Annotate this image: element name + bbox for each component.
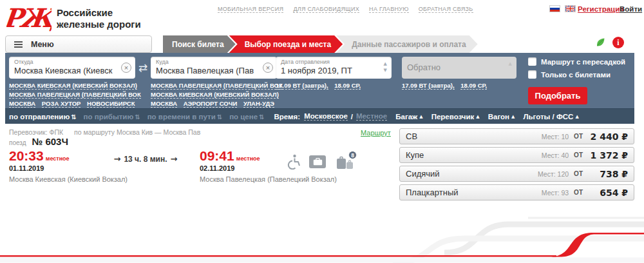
to-suggest-link[interactable]: МОСКВА КИЕВСКАЯ (КИЕВСКИЙ ВОКЗАЛ) — [151, 91, 279, 99]
sort-icon: ⇅ — [259, 113, 264, 121]
breadcrumb: Поиск билета Выбор поезда и места Данные… — [163, 35, 478, 53]
to-label: Куда — [156, 59, 272, 66]
route-summary: по маршруту Москва Кив — Москва Пав — [74, 128, 200, 136]
hand-luggage-icon — [309, 155, 326, 168]
class-name: Сидячий — [406, 169, 538, 179]
date-suggest-link[interactable]: 17.09 ВТ (завтра), — [276, 82, 328, 90]
info-icon[interactable]: i — [612, 37, 624, 48]
sort-icon: ⇅ — [217, 113, 222, 121]
carrier-info: Перевозчик: ФПК по маршруту Москва Кив —… — [9, 128, 200, 136]
date-value: 1 ноября 2019, ПТ — [281, 66, 386, 76]
nav-home[interactable]: НА ГЛАВНУЮ — [369, 6, 409, 13]
language-switcher — [549, 5, 576, 12]
triangle-up-icon: ▲ — [575, 114, 578, 119]
sort-filter-bar: по отправлению⇅ по прибытию⇅ по времени … — [5, 108, 634, 124]
date-suggest-link[interactable]: 18.09 СР, — [334, 82, 361, 90]
trip-duration: →13 ч. 8 мин.→ — [107, 154, 184, 164]
return-date-input[interactable]: Обратно ▲ — [402, 57, 516, 79]
to-suggest-link[interactable]: АЭРОПОРТ СОЧИ — [184, 100, 237, 108]
breadcrumb-step-passengers: Данные пассажиров и оплата — [336, 35, 477, 53]
from-suggest-link[interactable]: МОСКВА КИЕВСКАЯ (КИЕВСКИЙ ВОКЗАЛ) — [9, 82, 137, 90]
transfer-route-checkbox[interactable] — [528, 57, 536, 66]
arrival-station: Москва Павелецкая (Павелецкий Вокзал) — [200, 175, 335, 183]
route-link[interactable]: Маршрут — [361, 129, 391, 137]
class-name: Купе — [406, 150, 542, 160]
date-spinner[interactable]: ▲▼ — [384, 61, 387, 73]
to-suggest-link[interactable]: УЛАН-УДЭ — [243, 100, 274, 108]
registration-link[interactable]: Регистрация — [578, 5, 624, 13]
from-suggest-link[interactable]: НОВОСИБИРСК — [87, 100, 135, 108]
to-suggest-link[interactable]: МОСКВА ПАВЕЛЕЦКАЯ (ПАВЕЛЕЦКИЙ ВОК — [151, 82, 283, 90]
to-clear-icon[interactable]: × — [263, 63, 273, 73]
sort-by-price[interactable]: по цене⇅ — [229, 113, 264, 121]
from-suggest-link[interactable]: РОЗА ХУТОР — [42, 100, 81, 108]
to-suggest-link[interactable]: МОСКВА — [151, 100, 177, 108]
date-label: Дата отправления — [281, 59, 386, 66]
rzd-ticket-page: РЖД Российские железные дороги МОБИЛЬНАЯ… — [0, 0, 644, 263]
carrier-name: Перевозчик: ФПК — [9, 128, 63, 136]
sort-by-travel-time[interactable]: по времени в пути⇅ — [147, 113, 222, 121]
filter-carrier[interactable]: Перевозчик▲ — [431, 113, 480, 121]
menu-button[interactable]: Меню — [5, 35, 152, 53]
rzd-logo-icon[interactable]: РЖД — [6, 3, 52, 35]
option-only-with-tickets[interactable]: Только с билетами — [528, 70, 625, 79]
from-value: Москва Киевская (Киевск — [14, 66, 130, 76]
baggage-icon: 8 — [335, 153, 355, 170]
swap-stations-icon[interactable]: ⇄ — [137, 61, 149, 74]
from-suggest-link[interactable]: МОСКВА — [9, 100, 35, 108]
rzd-logo-svg: РЖД — [6, 3, 52, 33]
class-row-kupe[interactable]: Купе Мест: 40 от 1 372 ₽ — [399, 147, 634, 163]
return-suggest-link[interactable]: 18.09 СР, — [460, 82, 487, 90]
transfer-route-label: Маршрут с пересадкой — [541, 58, 625, 66]
class-row-sv[interactable]: СВ Мест: 10 от 2 440 ₽ — [399, 128, 634, 144]
return-placeholder: Обратно — [407, 59, 511, 73]
eco-leaf-icon[interactable] — [595, 37, 606, 51]
triangle-up-icon: ▲ — [419, 114, 422, 119]
menu-label: Меню — [31, 40, 54, 49]
uk-flag-icon[interactable] — [565, 5, 576, 12]
class-from-label: от — [574, 170, 583, 177]
filter-wagon[interactable]: Вагон▲ — [488, 113, 515, 121]
amenities-icons: 8 — [287, 153, 355, 170]
footer-swoosh-decoration — [0, 213, 644, 263]
time-mode-label: Время: — [274, 113, 301, 121]
option-transfer-route[interactable]: Маршрут с пересадкой — [528, 57, 625, 66]
class-seats: Мест: 40 — [542, 151, 569, 159]
to-station-input[interactable]: Куда Москва Павелецкая (Пав × — [151, 57, 277, 79]
return-suggest-link[interactable]: 17.09 ВТ (завтра), — [402, 82, 455, 90]
filter-baggage[interactable]: Багаж▲ — [395, 113, 422, 121]
top-nav: МОБИЛЬНАЯ ВЕРСИЯ ДЛЯ СЛАБОВИДЯЩИХ НА ГЛА… — [218, 6, 473, 13]
departure-date-input[interactable]: Дата отправления 1 ноября 2019, ПТ ▲▼ — [276, 57, 392, 79]
class-from-label: от — [574, 189, 583, 196]
date-suggestions: 17.09 ВТ (завтра), 18.09 СР, — [276, 81, 402, 90]
sort-by-arrival[interactable]: по прибытию⇅ — [84, 113, 140, 121]
time-moscow-option[interactable]: Московское — [304, 112, 348, 121]
nav-feedback[interactable]: ОБРАТНАЯ СВЯЗЬ — [419, 6, 473, 13]
sort-by-departure[interactable]: по отправлению⇅ — [9, 113, 77, 121]
class-row-platzkart[interactable]: Плацкартный Мест: 93 от 654 ₽ — [399, 184, 634, 200]
search-panel: Откуда Москва Киевская (Киевск × ⇄ Куда … — [5, 53, 634, 108]
class-from-label: от — [574, 133, 583, 140]
from-suggestions: МОСКВА КИЕВСКАЯ (КИЕВСКИЙ ВОКЗАЛ) МОСКВА… — [9, 81, 147, 108]
arrow-right-icon: → — [171, 154, 178, 164]
time-separator: / — [351, 113, 353, 121]
train-number-row: поезд № 603Ч — [9, 136, 68, 147]
departure-time-note: местное — [46, 155, 70, 162]
class-price-list: СВ Мест: 10 от 2 440 ₽ Купе Мест: 40 от … — [399, 128, 634, 203]
return-suggestions: 17.09 ВТ (завтра), 18.09 СР, — [402, 81, 528, 90]
filter-benefits[interactable]: Льготы / ФСС▲ — [523, 113, 578, 121]
class-name: СВ — [406, 132, 542, 141]
only-tickets-checkbox[interactable] — [528, 70, 536, 79]
time-local-option[interactable]: Местное — [356, 112, 387, 121]
search-submit-button[interactable]: Подобрать — [528, 87, 587, 104]
class-row-sedentary[interactable]: Сидячий Мест: 120 от 738 ₽ — [399, 166, 634, 182]
from-suggest-link[interactable]: МОСКВА ПАВЕЛЕЦКАЯ (ПАВЕЛЕЦКИЙ ВОК — [9, 91, 141, 99]
baggage-count-badge: 8 — [348, 151, 357, 159]
nav-accessible-version[interactable]: ДЛЯ СЛАБОВИДЯЩИХ — [293, 6, 359, 13]
russian-flag-icon[interactable] — [549, 5, 560, 12]
login-link[interactable]: Войти — [620, 5, 642, 13]
nav-mobile-version[interactable]: МОБИЛЬНАЯ ВЕРСИЯ — [218, 6, 283, 13]
from-clear-icon[interactable]: × — [121, 63, 131, 73]
from-station-input[interactable]: Откуда Москва Киевская (Киевск × — [9, 57, 135, 79]
breadcrumb-step-search[interactable]: Поиск билета — [163, 35, 236, 53]
